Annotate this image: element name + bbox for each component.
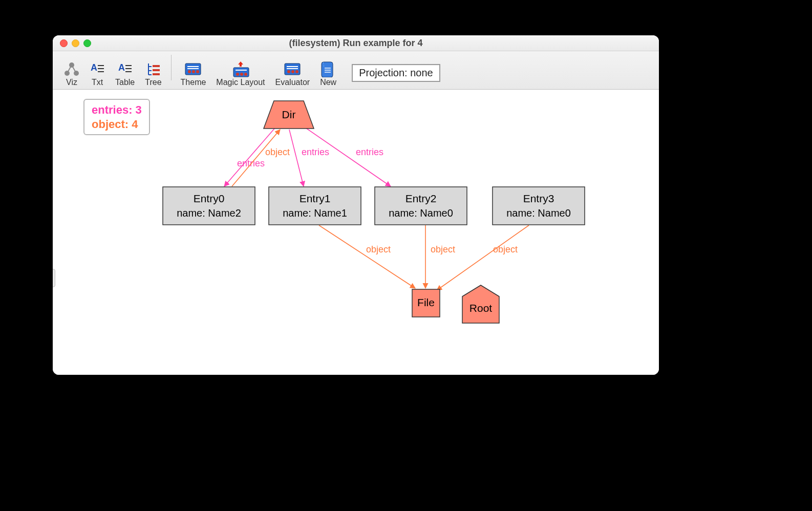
- svg-point-28: [295, 70, 298, 73]
- node-entry0-line2: name: Name2: [177, 207, 241, 219]
- node-entry0-line1: Entry0: [194, 193, 225, 204]
- table-button[interactable]: A Table: [110, 54, 140, 87]
- viz-label: Viz: [66, 78, 77, 87]
- node-file[interactable]: File: [412, 289, 440, 317]
- viz-icon: [64, 60, 79, 78]
- graph-svg: entries entries entries object object ob…: [53, 90, 659, 375]
- svg-text:A: A: [91, 62, 97, 73]
- diagram-canvas[interactable]: entries: 3 object: 4: [53, 90, 659, 375]
- txt-button[interactable]: A Txt: [84, 54, 110, 87]
- app-window: (filesystem) Run example for 4 Viz A Txt…: [53, 35, 659, 375]
- node-entry2[interactable]: Entry2 name: Name0: [375, 187, 467, 225]
- projection-label: Projection: none: [359, 67, 433, 78]
- node-entry1-line2: name: Name1: [283, 207, 347, 219]
- node-file-label: File: [417, 296, 435, 308]
- window-controls: [60, 39, 91, 47]
- tree-button[interactable]: Tree: [140, 54, 166, 87]
- new-label: New: [320, 78, 336, 87]
- svg-point-16: [192, 70, 195, 73]
- projection-selector[interactable]: Projection: none: [352, 64, 440, 82]
- viz-button[interactable]: Viz: [59, 54, 84, 87]
- edge-label-entry1-file: object: [366, 244, 391, 254]
- node-dir-label: Dir: [282, 109, 296, 120]
- edge-label-dir-entry1: entries: [302, 147, 329, 157]
- evaluator-label: Evaluator: [275, 78, 310, 87]
- theme-button[interactable]: Theme: [176, 54, 211, 87]
- edge-entry3-file: [437, 225, 529, 290]
- theme-label: Theme: [181, 78, 206, 87]
- evaluator-button[interactable]: Evaluator: [270, 54, 315, 87]
- svg-point-23: [244, 73, 247, 76]
- close-icon[interactable]: [60, 39, 68, 47]
- svg-point-26: [287, 70, 290, 73]
- node-dir[interactable]: Dir: [264, 101, 314, 129]
- txt-icon: A: [90, 60, 105, 78]
- edge-label-dir-entry2: entries: [356, 147, 383, 157]
- node-entry3-line2: name: Name0: [506, 207, 571, 219]
- window-title: (filesystem) Run example for 4: [53, 38, 659, 49]
- toolbar-separator: [171, 55, 172, 80]
- svg-point-22: [240, 73, 243, 76]
- node-root-label: Root: [469, 302, 493, 314]
- table-icon: A: [117, 60, 133, 78]
- edge-dir-entry1: [289, 130, 304, 186]
- node-entry3[interactable]: Entry3 name: Name0: [493, 187, 585, 225]
- svg-rect-12: [153, 69, 160, 71]
- minimize-icon[interactable]: [72, 39, 79, 47]
- edge-label-entry3-file: object: [493, 244, 518, 254]
- svg-text:A: A: [118, 62, 125, 73]
- table-label: Table: [115, 78, 135, 87]
- new-icon: [320, 60, 336, 78]
- tree-icon: [145, 60, 161, 78]
- evaluator-icon: [284, 60, 301, 78]
- node-entry0[interactable]: Entry0 name: Name2: [163, 187, 255, 225]
- theme-icon: [184, 60, 202, 78]
- node-entry1[interactable]: Entry1 name: Name1: [269, 187, 361, 225]
- node-root[interactable]: Root: [462, 285, 499, 323]
- node-entry3-line1: Entry3: [523, 193, 554, 204]
- titlebar: (filesystem) Run example for 4: [53, 35, 659, 51]
- svg-rect-11: [153, 65, 160, 67]
- svg-rect-13: [153, 73, 160, 75]
- toolbar: Viz A Txt A Table Tree: [53, 51, 659, 90]
- edge-dir-entry0: [224, 128, 275, 186]
- magic-layout-label: Magic Layout: [216, 78, 265, 87]
- node-entry2-line1: Entry2: [405, 193, 437, 204]
- zoom-icon[interactable]: [83, 39, 91, 47]
- magic-layout-icon: [230, 60, 251, 78]
- tree-label: Tree: [145, 78, 161, 87]
- node-entry1-line1: Entry1: [300, 193, 331, 204]
- edge-entry1-file: [319, 225, 415, 288]
- txt-label: Txt: [92, 78, 103, 87]
- svg-point-15: [188, 70, 191, 73]
- svg-point-21: [236, 73, 239, 76]
- edge-label-entry2-file: object: [431, 244, 455, 254]
- edge-label-entry0-dir: object: [265, 147, 290, 157]
- new-button[interactable]: New: [315, 54, 341, 87]
- magic-layout-button[interactable]: Magic Layout: [211, 54, 270, 87]
- edge-label-dir-entry0: entries: [237, 158, 265, 168]
- svg-point-17: [196, 70, 199, 73]
- node-entry2-line2: name: Name0: [389, 207, 453, 219]
- svg-point-27: [291, 70, 294, 73]
